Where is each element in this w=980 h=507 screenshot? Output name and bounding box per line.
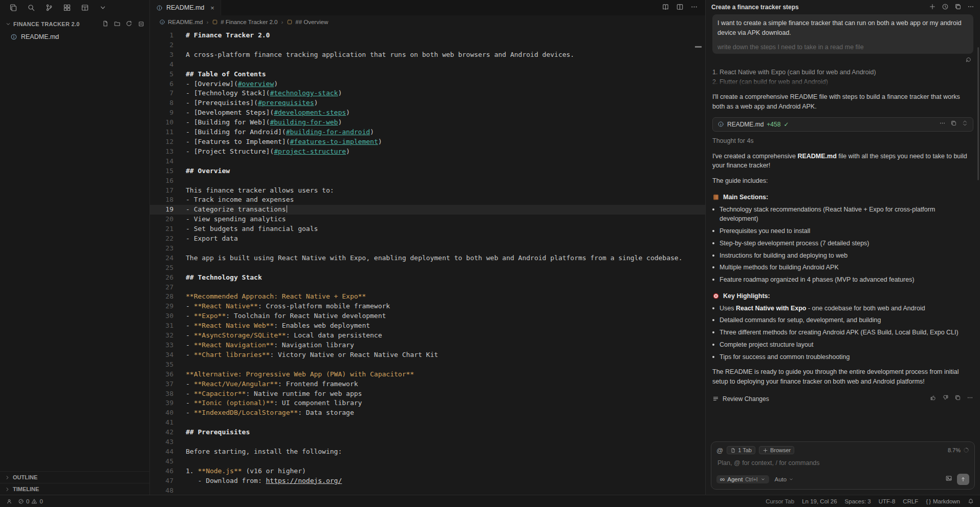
code-line[interactable]: 8- [Prerequisites](#prerequisites): [150, 98, 705, 108]
split-editor-icon[interactable]: [676, 3, 684, 13]
remote-icon[interactable]: [6, 498, 12, 504]
kebab-icon[interactable]: [690, 3, 698, 13]
send-button[interactable]: [957, 474, 969, 485]
code-line[interactable]: 461. **Node.js** (v16 or higher): [150, 467, 705, 476]
close-tab-icon[interactable]: ×: [210, 4, 214, 12]
code-line[interactable]: 31- **React Native Web**: Enables web de…: [150, 321, 705, 331]
language-mode[interactable]: { } Markdown: [926, 498, 960, 504]
code-line[interactable]: 16: [150, 176, 705, 186]
thumbs-down-icon[interactable]: [942, 394, 949, 404]
chevron-down-icon[interactable]: [99, 4, 107, 14]
outline-section[interactable]: OUTLINE: [0, 471, 149, 483]
code-line[interactable]: 21- Set budgets and financial goals: [150, 224, 705, 234]
kebab-icon[interactable]: [967, 394, 973, 404]
code-line[interactable]: 4: [150, 60, 705, 70]
refresh-icon[interactable]: [125, 20, 133, 28]
code-line[interactable]: 48: [150, 486, 705, 495]
code-line[interactable]: 37- **React/Vue/Angular**: Frontend fram…: [150, 379, 705, 389]
code-line[interactable]: 20- View spending analytics: [150, 215, 705, 224]
tab-context-chip[interactable]: 1 Tab: [727, 446, 755, 454]
cursor-tab-toggle[interactable]: Cursor Tab: [766, 498, 794, 504]
code-line[interactable]: 27: [150, 283, 705, 292]
code-line[interactable]: 5## Table of Contents: [150, 70, 705, 79]
code-area[interactable]: 1# Finance Tracker 2.023A cross-platform…: [150, 29, 705, 495]
code-line[interactable]: 30- **Expo**: Toolchain for React Native…: [150, 311, 705, 321]
code-line[interactable]: 35: [150, 360, 705, 370]
code-line[interactable]: 2: [150, 40, 705, 50]
code-line[interactable]: 29- **React Native**: Cross-platform mob…: [150, 302, 705, 311]
agent-mode-chip[interactable]: ∞ Agent Ctrl+I: [716, 475, 769, 483]
files-icon[interactable]: [9, 4, 17, 14]
code-line[interactable]: 45: [150, 457, 705, 467]
browser-context-chip[interactable]: Browser: [759, 446, 794, 454]
expand-icon[interactable]: [962, 120, 968, 129]
code-line[interactable]: 12- [Features to Implement](#features-to…: [150, 137, 705, 147]
copy-icon[interactable]: [954, 394, 961, 404]
code-line[interactable]: 25: [150, 263, 705, 273]
history-icon[interactable]: [942, 3, 949, 12]
code-line[interactable]: 3A cross-platform finance tracking appli…: [150, 50, 705, 60]
code-line[interactable]: 44Before starting, install the following…: [150, 447, 705, 457]
eol-sequence[interactable]: CRLF: [903, 498, 918, 504]
code-line[interactable]: 33- **React Navigation**: Navigation lib…: [150, 341, 705, 350]
code-line[interactable]: 13- [Project Structure](#project-structu…: [150, 147, 705, 157]
code-line[interactable]: 19- Categorize transactions: [150, 205, 705, 215]
restore-icon[interactable]: [965, 56, 972, 66]
chat-input-field[interactable]: Plan, @ for context, / for commands: [717, 459, 968, 467]
code-line[interactable]: 1# Finance Tracker 2.0: [150, 31, 705, 40]
code-line[interactable]: 11- [Building for Android](#building-for…: [150, 128, 705, 137]
code-line[interactable]: 7- [Technology Stack](#technology-stack): [150, 89, 705, 98]
review-changes-button[interactable]: Review Changes: [723, 394, 769, 404]
code-line[interactable]: 43: [150, 437, 705, 447]
code-line[interactable]: 14: [150, 157, 705, 166]
new-folder-icon[interactable]: [114, 20, 121, 28]
breadcrumb-file[interactable]: README.md: [159, 19, 203, 25]
copy-icon[interactable]: [950, 120, 957, 129]
duplicate-icon[interactable]: [954, 3, 962, 12]
search-icon[interactable]: [27, 4, 35, 14]
tab-readme[interactable]: README.md ×: [150, 0, 221, 15]
source-control-icon[interactable]: [45, 4, 53, 14]
code-line[interactable]: 10- [Building for Web](#building-for-web…: [150, 118, 705, 128]
new-file-icon[interactable]: [102, 20, 109, 28]
code-line[interactable]: 34- **Chart libraries**: Victory Native …: [150, 350, 705, 360]
chat-scrollbar[interactable]: [977, 47, 979, 180]
code-line[interactable]: 38- **Capacitor**: Native runtime for we…: [150, 389, 705, 399]
breadcrumb-h1[interactable]: # Finance Tracker 2.0: [212, 19, 277, 25]
code-line[interactable]: 40- **IndexedDB/LocalStorage**: Data sto…: [150, 408, 705, 418]
mention-icon[interactable]: @: [716, 447, 723, 454]
cursor-position[interactable]: Ln 19, Col 26: [802, 498, 837, 504]
kebab-icon[interactable]: [967, 3, 974, 12]
code-line[interactable]: 41: [150, 418, 705, 428]
code-line[interactable]: 39- **Ionic (optional)**: UI component l…: [150, 398, 705, 408]
code-line[interactable]: 9- [Development Steps](#development-step…: [150, 108, 705, 118]
plus-icon[interactable]: [929, 3, 936, 12]
preview-icon[interactable]: [662, 3, 669, 13]
code-line[interactable]: 17This finance tracker allows users to:: [150, 186, 705, 196]
code-line[interactable]: 6- [Overview](#overview): [150, 79, 705, 89]
file-item-readme[interactable]: README.md: [0, 31, 149, 43]
code-line[interactable]: 42## Prerequisites: [150, 428, 705, 437]
layout-grid-icon[interactable]: [81, 4, 89, 14]
file-change-chip[interactable]: README.md +458 ✓: [712, 117, 973, 132]
chat-input-box[interactable]: @ 1 Tab Browser 8.7% Plan, @ for context…: [711, 441, 975, 490]
code-line[interactable]: 28**Recommended Approach: React Native +…: [150, 292, 705, 302]
image-icon[interactable]: [945, 475, 952, 484]
code-line[interactable]: 36**Alternative: Progressive Web App (PW…: [150, 370, 705, 379]
code-line[interactable]: 22- Export data: [150, 234, 705, 244]
encoding[interactable]: UTF-8: [879, 498, 896, 504]
user-message[interactable]: I want to create a simple finance tracke…: [712, 14, 973, 54]
code-line[interactable]: 26## Technology Stack: [150, 273, 705, 283]
code-line[interactable]: 18- Track income and expenses: [150, 195, 705, 205]
code-line[interactable]: 24The app is built using React Native wi…: [150, 253, 705, 263]
thumbs-up-icon[interactable]: [930, 394, 937, 404]
notifications-bell-icon[interactable]: [968, 498, 974, 504]
collapse-all-icon[interactable]: [137, 20, 144, 28]
model-selector[interactable]: Auto: [775, 476, 794, 482]
extensions-icon[interactable]: [63, 4, 71, 14]
explorer-header[interactable]: FINANCE TRACKER 2.0: [0, 17, 149, 31]
code-line[interactable]: 47 - Download from: https://nodejs.org/: [150, 476, 705, 486]
usage-indicator[interactable]: 8.7%: [948, 447, 969, 453]
code-line[interactable]: 23: [150, 244, 705, 253]
kebab-icon[interactable]: [939, 120, 946, 129]
